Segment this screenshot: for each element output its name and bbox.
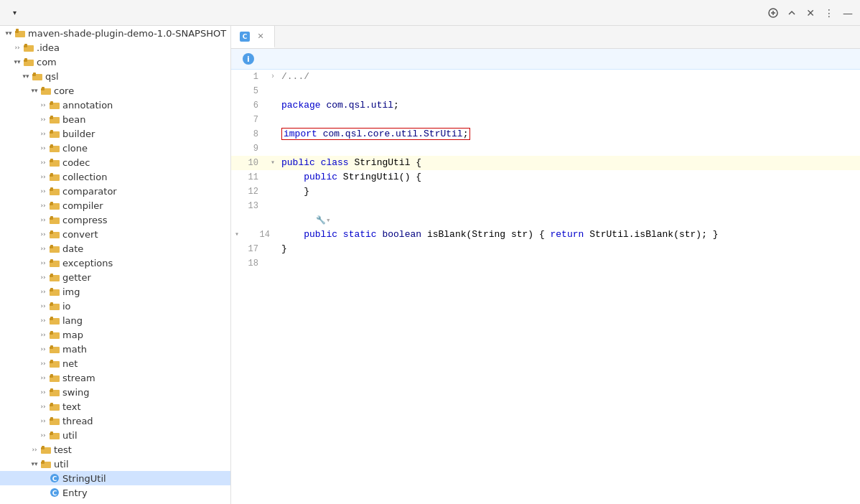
tree-label-idea: .idea — [37, 42, 60, 53]
sidebar-item-img[interactable]: ›img — [0, 284, 230, 299]
tree-label-lang: lang — [62, 315, 83, 326]
sidebar-item-bean[interactable]: ›bean — [0, 112, 230, 126]
tree-label-collection: collection — [62, 172, 107, 182]
sidebar-item-com[interactable]: ▾com — [0, 55, 230, 69]
folder-icon — [23, 56, 34, 67]
tree-arrow-exceptions: › — [37, 257, 49, 269]
sidebar-item-collection[interactable]: ›collection — [0, 169, 230, 184]
line-content: public class StringUtil { — [279, 156, 860, 170]
sidebar-item-lang[interactable]: ›lang — [0, 313, 230, 327]
menu-icon[interactable]: ⋮ — [823, 6, 836, 19]
sidebar-item-root[interactable]: ▾maven-shade-plugin-demo-1.0-SNAPSHOT — [0, 26, 230, 40]
tree-label-text: text — [62, 401, 81, 412]
svg-rect-50 — [50, 245, 53, 247]
svg-rect-89 — [50, 431, 53, 434]
sidebar-item-swing[interactable]: ›swing — [0, 385, 230, 399]
line-number: 18 — [231, 256, 267, 271]
add-icon[interactable] — [767, 6, 780, 19]
sidebar-item-text[interactable]: ›text — [0, 399, 230, 414]
sidebar-item-StringUtil[interactable]: CStringUtil — [0, 471, 230, 485]
sidebar-item-compiler[interactable]: ›compiler — [0, 198, 230, 213]
sidebar-item-exceptions[interactable]: ›exceptions — [0, 256, 230, 270]
sidebar-item-convert[interactable]: ›convert — [0, 227, 230, 241]
sidebar-item-getter[interactable]: ›getter — [0, 270, 230, 284]
line-content: import com.qsl.core.util.StrUtil; — [279, 127, 860, 141]
tree-arrow-map: › — [37, 329, 49, 340]
folder-icon — [49, 343, 60, 355]
folder-icon — [49, 386, 60, 398]
sidebar-item-clone[interactable]: ›clone — [0, 141, 230, 155]
up-down-icon[interactable] — [785, 6, 798, 19]
sidebar-item-date[interactable]: ›date — [0, 241, 230, 256]
sidebar-item-io[interactable]: ›io — [0, 299, 230, 313]
tree-arrow-thread: › — [37, 415, 49, 426]
sidebar-item-Entry[interactable]: CEntry — [0, 485, 230, 500]
title-bar-actions: ✕ ⋮ — — [767, 6, 854, 19]
svg-rect-38 — [50, 187, 53, 190]
sidebar-item-test[interactable]: ›test — [0, 442, 230, 457]
svg-rect-95 — [42, 460, 45, 462]
tree-arrow-date: › — [37, 243, 49, 254]
tab-StringUtil[interactable]: C ✕ — [231, 26, 275, 48]
tree-arrow-com: ▾ — [11, 56, 23, 67]
tree-label-core: core — [54, 85, 74, 96]
sidebar-item-codec[interactable]: ›codec — [0, 155, 230, 169]
svg-rect-20 — [50, 101, 53, 103]
sidebar-item-annotation[interactable]: ›annotation — [0, 98, 230, 112]
line-content: public StringUtil() { — [279, 170, 860, 185]
project-dropdown[interactable]: ▾ — [6, 7, 21, 18]
svg-rect-5 — [16, 29, 19, 32]
tree-arrow-compiler: › — [37, 200, 49, 211]
sidebar-item-map[interactable]: ›map — [0, 327, 230, 342]
collapse-icon[interactable]: — — [841, 6, 854, 19]
tree-arrow-qsl: ▾ — [20, 70, 32, 82]
tree-arrow-util2: ▾ — [29, 458, 40, 470]
code-line-7: 7 — [231, 113, 860, 127]
svg-rect-80 — [50, 388, 53, 391]
sidebar-item-builder[interactable]: ›builder — [0, 126, 230, 141]
close-icon[interactable]: ✕ — [804, 6, 817, 19]
tree-label-codec: codec — [62, 157, 90, 168]
tree-label-exceptions: exceptions — [62, 258, 113, 269]
folder-icon — [40, 444, 52, 455]
sidebar-item-net[interactable]: ›net — [0, 356, 230, 370]
tree-label-stream: stream — [62, 373, 95, 383]
code-line-12: 12 } — [231, 185, 860, 199]
svg-rect-44 — [50, 216, 53, 218]
folder-icon — [49, 271, 60, 283]
code-editor[interactable]: 1›/.../56package com.qsl.util;78import c… — [231, 70, 860, 504]
svg-rect-17 — [42, 87, 45, 89]
folder-icon — [49, 429, 60, 441]
sidebar-item-math[interactable]: ›math — [0, 342, 230, 356]
folder-icon — [49, 257, 60, 269]
tab-close-button[interactable]: ✕ — [256, 32, 266, 42]
tree-arrow-collection: › — [37, 171, 49, 182]
line-content: /.../ — [279, 70, 860, 84]
code-line-5: 5 — [231, 84, 860, 98]
class-file-icon: C — [49, 472, 60, 484]
sidebar-item-util[interactable]: ›util — [0, 428, 230, 442]
line-number: 9 — [231, 141, 267, 156]
sidebar-item-util2[interactable]: ▾util — [0, 457, 230, 471]
tree-label-com: com — [37, 57, 57, 67]
sidebar-item-comparator[interactable]: ›comparator — [0, 184, 230, 198]
sidebar-item-thread[interactable]: ›thread — [0, 414, 230, 428]
class-file-icon: C — [49, 487, 60, 498]
tree-arrow-getter: › — [37, 271, 49, 283]
tree-arrow-swing: › — [37, 386, 49, 398]
sidebar: ▾maven-shade-plugin-demo-1.0-SNAPSHOT›.i… — [0, 26, 231, 504]
sidebar-item-core[interactable]: ▾core — [0, 83, 230, 98]
tree-arrow-lang: › — [37, 314, 49, 326]
line-number: 11 — [231, 170, 267, 185]
sidebar-item-qsl[interactable]: ▾qsl — [0, 69, 230, 83]
tree-label-Entry: Entry — [62, 487, 88, 498]
svg-rect-23 — [50, 116, 53, 118]
line-number: 12 — [231, 185, 267, 199]
sidebar-item-stream[interactable]: ›stream — [0, 370, 230, 385]
sidebar-item-idea[interactable]: ›.idea — [0, 40, 230, 55]
folder-icon — [49, 128, 60, 139]
folder-icon — [49, 372, 60, 383]
sidebar-item-compress[interactable]: ›compress — [0, 213, 230, 227]
code-line-10: 10▾public class StringUtil { — [231, 156, 860, 170]
tree-label-io: io — [62, 301, 71, 312]
